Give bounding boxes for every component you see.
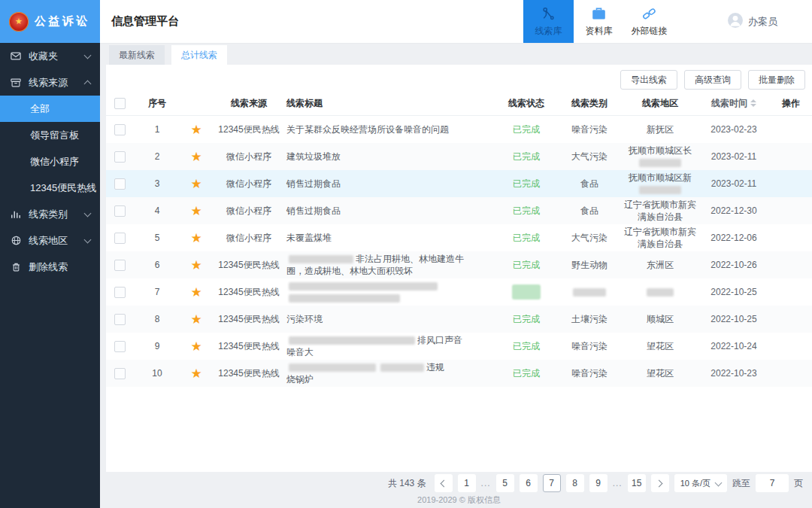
col-category: 线索类别 — [556, 91, 623, 115]
row-number: 9 — [155, 341, 160, 351]
page-size-select[interactable]: 10 条/页 — [674, 474, 727, 492]
source-text: 12345便民热线 — [218, 123, 279, 136]
cell-text: 排风口声音 — [417, 335, 462, 345]
toolbar: 导出线索高级查询批量删除 — [106, 65, 812, 91]
sidebar-subitem-12345-hotline[interactable]: 12345便民热线 — [0, 175, 100, 201]
cell-text: 销售过期食品 — [286, 178, 341, 189]
cell-region: 望花区 — [623, 360, 698, 387]
star-icon[interactable]: ★ — [190, 205, 201, 217]
cell-star: ★ — [181, 170, 211, 197]
sidebar-item-clue-source[interactable]: 线索来源 — [0, 69, 100, 96]
page-button-9[interactable]: 9 — [589, 474, 607, 492]
chevron-right-icon — [656, 479, 663, 487]
redacted-text — [289, 282, 438, 291]
jump-page-input[interactable] — [756, 474, 789, 492]
page-button-6[interactable]: 6 — [520, 474, 538, 492]
region-text — [623, 286, 698, 298]
star-icon[interactable]: ★ — [190, 367, 201, 380]
table-row[interactable]: 4★微信小程序销售过期食品已完成食品辽宁省抚顺市新宾满族自治县2022-12-3… — [106, 197, 812, 224]
tab-total-clues[interactable]: 总计线索 — [171, 45, 227, 65]
table-row[interactable]: 10★12345便民热线违规烧锅炉已完成噪音污染望花区2022-10-23 — [106, 360, 812, 387]
row-checkbox[interactable] — [114, 260, 126, 271]
table-row[interactable]: 2★微信小程序建筑垃圾堆放已完成大气污染抚顺市顺城区长2023-02-11 — [106, 143, 812, 170]
category-text: 食品 — [556, 205, 623, 217]
export-clues-button[interactable]: 导出线索 — [620, 70, 677, 90]
sidebar-subitem-all[interactable]: 全部 — [0, 96, 100, 122]
redacted-text — [289, 294, 400, 303]
table-row[interactable]: 1★12345便民热线关于某群众反映经营场所设备噪音的问题已完成噪音污染新抚区2… — [106, 116, 812, 143]
advanced-query-button[interactable]: 高级查询 — [684, 70, 741, 90]
row-checkbox[interactable] — [114, 233, 126, 244]
cell-region: 辽宁省抚顺市新宾满族自治县 — [623, 224, 698, 251]
star-icon[interactable]: ★ — [190, 340, 201, 353]
region-text: 抚顺市顺城区长 — [623, 144, 698, 169]
select-all-checkbox[interactable] — [114, 98, 126, 109]
next-page-button[interactable] — [651, 474, 669, 492]
row-checkbox[interactable] — [114, 314, 126, 325]
table-row[interactable]: 5★微信小程序未覆盖煤堆已完成大气污染辽宁省抚顺市新宾满族自治县2022-12-… — [106, 224, 812, 251]
cell-time: 2023-02-11 — [698, 143, 770, 170]
sort-ascending-icon[interactable] — [750, 99, 756, 102]
sidebar-subitem-wechat-mini-program[interactable]: 微信小程序 — [0, 148, 100, 175]
page-button-1[interactable]: 1 — [458, 474, 476, 492]
cell-text: 抚顺市顺城区长 — [629, 145, 692, 156]
sidebar-item-clue-region[interactable]: 线索地区 — [0, 227, 100, 254]
cell-text: 销售过期食品 — [286, 205, 341, 216]
page-button-8[interactable]: 8 — [566, 474, 584, 492]
star-icon[interactable]: ★ — [190, 123, 201, 136]
cell-text: 噪音大 — [286, 347, 314, 357]
sort-descending-icon[interactable] — [750, 104, 756, 107]
star-icon[interactable]: ★ — [190, 151, 201, 163]
nav-item-data-library[interactable]: 资料库 — [574, 0, 624, 43]
row-checkbox[interactable] — [114, 124, 126, 135]
cell-region — [623, 278, 698, 306]
sidebar-subitem-leader-message-board[interactable]: 领导留言板 — [0, 122, 100, 148]
cell-region: 顺城区 — [623, 306, 698, 333]
table-row[interactable]: 8★12345便民热线污染环境已完成土壤污染顺城区2022-10-25 — [106, 306, 812, 333]
sidebar-item-delete-clues[interactable]: 删除线索 — [0, 254, 100, 280]
batch-delete-button[interactable]: 批量删除 — [748, 70, 805, 90]
user-name: 办案员 — [748, 15, 777, 29]
sidebar-item-label: 线索类别 — [29, 208, 68, 221]
redacted-text — [639, 186, 681, 194]
row-checkbox[interactable] — [114, 368, 126, 379]
cell-title: 关于某群众反映经营场所设备噪音的问题 — [286, 116, 496, 143]
prev-page-button[interactable] — [435, 474, 453, 492]
table-row[interactable]: 7★12345便民热线2022-10-25 — [106, 278, 812, 306]
cell-text: 违规 — [426, 362, 444, 373]
star-icon[interactable]: ★ — [190, 286, 201, 299]
page-button-15[interactable]: 15 — [628, 474, 646, 492]
star-icon[interactable]: ★ — [190, 178, 201, 190]
table-row[interactable]: 9★12345便民热线排风口声音噪音大已完成噪音污染望花区2022-10-24 — [106, 333, 812, 360]
redacted-text — [647, 288, 674, 297]
cell-text: 食品 — [580, 205, 598, 216]
cell-title: 销售过期食品 — [286, 170, 496, 197]
title-text: 销售过期食品 — [286, 178, 489, 190]
sidebar-item-favorites[interactable]: 收藏夹 — [0, 43, 100, 69]
nav-item-external-links[interactable]: 外部链接 — [624, 0, 674, 43]
cell-source: 12345便民热线 — [211, 360, 286, 387]
region-text: 辽宁省抚顺市新宾满族自治县 — [623, 226, 698, 250]
star-icon[interactable]: ★ — [190, 232, 201, 245]
nav-item-clue-library[interactable]: 线索库 — [523, 0, 574, 43]
jump-prefix-label: 跳至 — [732, 477, 750, 490]
cell-text: 食品 — [580, 178, 598, 189]
row-checkbox[interactable] — [114, 341, 126, 352]
page-button-5[interactable]: 5 — [496, 474, 514, 492]
star-icon[interactable]: ★ — [190, 259, 201, 272]
tab-latest-clues[interactable]: 最新线索 — [109, 45, 165, 65]
table-row[interactable]: 6★12345便民热线非法占用耕地、林地建造牛圈，造成耕地、林地大面积毁坏已完成… — [106, 251, 812, 278]
row-checkbox[interactable] — [114, 205, 126, 217]
sidebar-item-clue-category[interactable]: 线索类别 — [0, 201, 100, 227]
table-row[interactable]: 3★微信小程序销售过期食品已完成食品抚顺市顺城区新2023-02-11 — [106, 170, 812, 197]
row-checkbox[interactable] — [114, 287, 126, 298]
cell-text: 野生动物 — [571, 260, 607, 270]
row-checkbox[interactable] — [114, 151, 126, 163]
page-button-7[interactable]: 7 — [543, 474, 561, 492]
star-icon[interactable]: ★ — [190, 313, 201, 326]
cell-title: 建筑垃圾堆放 — [286, 143, 496, 170]
user-menu[interactable]: 办案员 — [727, 0, 777, 43]
main-column: 信息管理平台 线索库资料库外部链接 办案员 最新线索总计线索 导出线索高级查询批… — [100, 0, 812, 508]
cell-star: ★ — [181, 360, 211, 387]
row-checkbox[interactable] — [114, 178, 126, 190]
